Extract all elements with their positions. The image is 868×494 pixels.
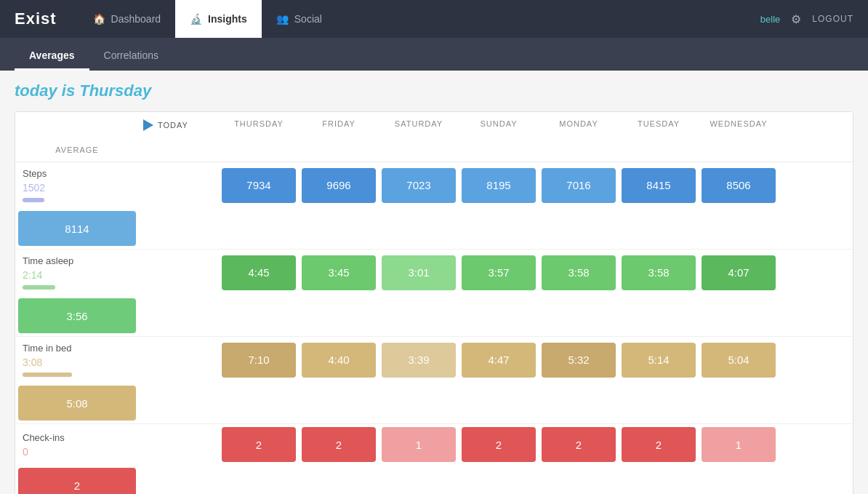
- col-header-wed: WEDNESDAY: [699, 112, 779, 138]
- data-cell: 4:40: [299, 337, 379, 383]
- nav-insights[interactable]: 🔬 Insights: [175, 0, 262, 38]
- navbar: Exist 🏠 Dashboard 🔬 Insights 👥 Social be…: [0, 0, 868, 38]
- col-header-label: [15, 112, 139, 138]
- cell-value: 2: [302, 427, 376, 462]
- today-bar: [23, 373, 72, 377]
- tab-averages[interactable]: Averages: [15, 42, 89, 71]
- cell-value: 7016: [542, 168, 616, 203]
- today-value: 2:14: [23, 269, 132, 281]
- logout-button[interactable]: LOGOUT: [812, 14, 853, 24]
- cell-value: 7:10: [222, 343, 296, 378]
- today-cell: [139, 250, 219, 295]
- data-cell: 5:14: [619, 337, 699, 383]
- table-body: Steps15027934969670238195701684158506811…: [15, 162, 853, 494]
- data-cell: 8195: [459, 162, 539, 208]
- cell-value: 5:04: [702, 343, 776, 378]
- data-cell: 7934: [219, 162, 299, 208]
- col-header-thu: THURSDAY: [219, 112, 299, 138]
- table-row: Steps15027934969670238195701684158506811…: [15, 162, 853, 250]
- cell-value: 3:58: [622, 255, 696, 290]
- cell-value: 4:47: [462, 343, 536, 378]
- cell-value: 5:32: [542, 343, 616, 378]
- data-cell: 3:01: [379, 250, 459, 295]
- data-cell: 2: [15, 465, 139, 494]
- cell-value: 3:39: [382, 343, 456, 378]
- data-cell: 4:45: [219, 250, 299, 295]
- data-cell: 4:07: [699, 250, 779, 295]
- data-cell: 3:56: [15, 295, 139, 336]
- arrow-icon: [143, 119, 153, 131]
- data-cell: 7023: [379, 162, 459, 208]
- insights-table: TODAY THURSDAY FRIDAY SATURDAY SUNDAY MO…: [15, 111, 853, 494]
- today-value: 3:08: [23, 356, 132, 368]
- nav-dashboard[interactable]: 🏠 Dashboard: [79, 0, 176, 38]
- col-header-tue: TUESDAY: [619, 112, 699, 138]
- data-cell: 5:32: [539, 337, 619, 383]
- cell-value: 2: [462, 427, 536, 462]
- data-cell: 3:45: [299, 250, 379, 295]
- flask-icon: 🔬: [190, 13, 202, 25]
- cell-value: 5:08: [18, 386, 136, 421]
- cell-value: 3:56: [18, 298, 136, 333]
- nav-items: 🏠 Dashboard 🔬 Insights 👥 Social: [79, 0, 760, 38]
- app-logo: Exist: [15, 9, 57, 28]
- gear-icon[interactable]: ⚙: [791, 12, 801, 26]
- col-header-sun: SUNDAY: [459, 112, 539, 138]
- tab-correlations[interactable]: Correlations: [89, 42, 173, 71]
- nav-username[interactable]: belle: [760, 14, 780, 25]
- metric-name: Time in bed: [23, 343, 132, 354]
- today-cell: [139, 162, 219, 208]
- col-header-fri: FRIDAY: [299, 112, 379, 138]
- data-cell: 3:39: [379, 337, 459, 383]
- data-cell: 9696: [299, 162, 379, 208]
- row-label: Check-ins0: [15, 426, 139, 463]
- data-cell: 5:04: [699, 337, 779, 383]
- cell-value: 3:57: [462, 255, 536, 290]
- cell-value: 4:45: [222, 255, 296, 290]
- row-label: Time asleep2:14: [15, 250, 139, 295]
- cell-value: 1: [382, 427, 456, 462]
- col-header-avg: AVERAGE: [15, 138, 139, 162]
- cell-value: 3:58: [542, 255, 616, 290]
- cell-value: 9696: [302, 168, 376, 203]
- data-cell: 3:58: [619, 250, 699, 295]
- metric-name: Steps: [23, 168, 132, 179]
- home-icon: 🏠: [93, 13, 105, 25]
- cell-value: 2: [542, 427, 616, 462]
- data-cell: 8114: [15, 208, 139, 249]
- cell-value: 5:14: [622, 343, 696, 378]
- data-cell: 2: [539, 424, 619, 465]
- nav-social[interactable]: 👥 Social: [262, 0, 337, 38]
- cell-value: 8114: [18, 211, 136, 246]
- table-row: Time asleep2:144:453:453:013:573:583:584…: [15, 250, 853, 337]
- data-cell: 3:58: [539, 250, 619, 295]
- main-content: today is Thursday TODAY THURSDAY FRIDAY …: [0, 71, 868, 494]
- today-bar: [23, 198, 44, 202]
- data-cell: 2: [459, 424, 539, 465]
- cell-value: 4:07: [702, 255, 776, 290]
- table-row: Check-ins022122212: [15, 424, 853, 494]
- data-cell: 1: [379, 424, 459, 465]
- tab-bar: Averages Correlations: [0, 38, 868, 71]
- cell-value: 3:45: [302, 255, 376, 290]
- cell-value: 7934: [222, 168, 296, 203]
- data-cell: 2: [299, 424, 379, 465]
- cell-value: 2: [18, 468, 136, 494]
- col-header-sat: SATURDAY: [379, 112, 459, 138]
- today-bar: [23, 285, 55, 290]
- data-cell: 2: [219, 424, 299, 465]
- data-cell: 8415: [619, 162, 699, 208]
- table-row: Time in bed3:087:104:403:394:475:325:145…: [15, 337, 853, 424]
- cell-value: 4:40: [302, 343, 376, 378]
- cell-value: 1: [702, 427, 776, 462]
- nav-right: belle ⚙ LOGOUT: [760, 12, 853, 26]
- data-cell: 5:08: [15, 383, 139, 423]
- row-label: Time in bed3:08: [15, 337, 139, 383]
- metric-name: Check-ins: [23, 432, 132, 443]
- data-cell: 7:10: [219, 337, 299, 383]
- data-cell: 3:57: [459, 250, 539, 295]
- metric-name: Time asleep: [23, 255, 132, 266]
- today-cell: [139, 337, 219, 383]
- cell-value: 3:01: [382, 255, 456, 290]
- cell-value: 2: [222, 427, 296, 462]
